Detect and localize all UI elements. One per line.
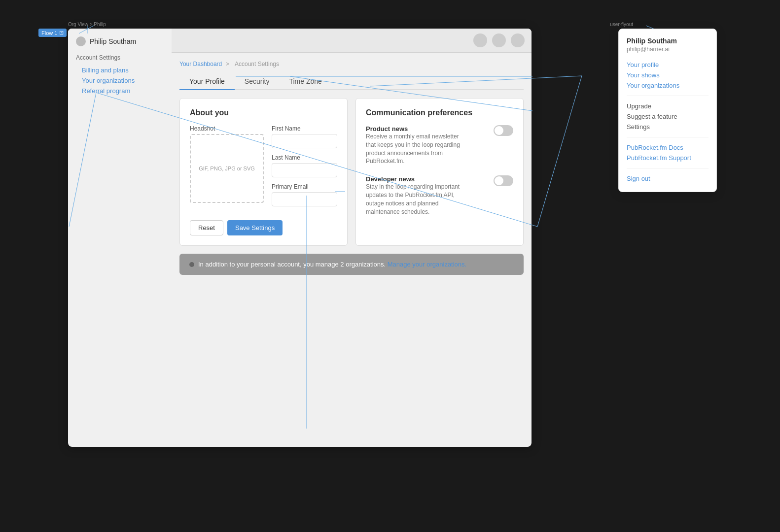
last-name-input[interactable]	[272, 163, 337, 177]
svg-line-5	[537, 76, 582, 227]
tab-time-zone[interactable]: Time Zone	[279, 73, 331, 90]
sidebar-item-organizations[interactable]: Your organizations	[76, 75, 164, 86]
pref-desc-product: Receive a monthly email newsletter that …	[366, 133, 468, 166]
save-settings-button[interactable]: Save Settings	[227, 220, 283, 235]
first-name-input[interactable]	[272, 134, 337, 148]
panel-communication: Communication preferences Product news R…	[355, 98, 524, 246]
browser-window: PubRocket.fm Philip Southam Account Sett…	[68, 29, 532, 447]
toolbar-btn-3[interactable]	[511, 33, 525, 47]
pref-item-product-news: Product news Receive a monthly email new…	[366, 125, 513, 166]
flyout-username: Philip Southam	[627, 37, 709, 45]
panel-title-about: About you	[190, 108, 337, 117]
flyout-suggest[interactable]: Suggest a feature	[627, 111, 709, 122]
primary-email-input[interactable]	[272, 192, 337, 206]
flyout-sign-out[interactable]: Sign out	[627, 173, 709, 184]
pref-header-developer: Developer news Stay in the loop regardin…	[366, 175, 513, 216]
pref-header-product: Product news Receive a monthly email new…	[366, 125, 513, 166]
breadcrumb: Your Dashboard > Account Settings	[179, 61, 524, 67]
flyout-email: philip@harrier.ai	[627, 46, 709, 53]
tab-security[interactable]: Security	[235, 73, 280, 90]
pref-title-product: Product news	[366, 125, 494, 133]
headshot-label: Headshot	[190, 125, 272, 132]
pref-desc-developer: Stay in the loop regarding important upd…	[366, 183, 468, 216]
sidebar: Philip Southam Account Settings Billing …	[68, 29, 172, 104]
sidebar-avatar: Philip Southam	[76, 36, 164, 46]
user-flyout: Philip Southam philip@harrier.ai Your pr…	[618, 29, 717, 192]
toolbar-btn-1[interactable]	[473, 33, 487, 47]
content-row: About you Headshot GIF, PNG, JPG or SVG …	[179, 98, 524, 246]
email-label: Primary Email	[272, 183, 337, 190]
sidebar-item-referral[interactable]: Referral program	[76, 86, 164, 96]
notification-text: In addition to your personal account, yo…	[198, 261, 466, 268]
notification-bar: In addition to your personal account, yo…	[179, 254, 524, 275]
manage-organizations-link[interactable]: Manage your organizations.	[388, 261, 466, 268]
breadcrumb-home[interactable]: Your Dashboard	[179, 61, 222, 67]
sidebar-item-billing[interactable]: Billing and plans	[76, 65, 164, 75]
toggle-developer-news[interactable]	[494, 175, 513, 186]
toggle-product-news[interactable]	[494, 125, 513, 136]
about-left-col: Headshot GIF, PNG, JPG or SVG	[190, 125, 272, 212]
first-name-label: First Name	[272, 125, 337, 132]
flow-label: Flow 1 ⊡	[38, 29, 67, 37]
toolbar-btn-2[interactable]	[492, 33, 506, 47]
btn-row: Reset Save Settings	[190, 220, 337, 235]
flyout-docs[interactable]: PubRocket.fm Docs	[627, 142, 709, 153]
flyout-link-profile[interactable]: Your profile	[627, 60, 709, 70]
last-name-label: Last Name	[272, 154, 337, 161]
flyout-divider-2	[627, 137, 709, 137]
tab-your-profile[interactable]: Your Profile	[179, 73, 235, 90]
sidebar-username: Philip Southam	[90, 37, 136, 45]
headshot-hint: GIF, PNG, JPG or SVG	[199, 166, 255, 171]
flyout-link-shows[interactable]: Your shows	[627, 70, 709, 80]
flyout-upgrade[interactable]: Upgrade	[627, 101, 709, 111]
form-group-first-name: First Name	[272, 125, 337, 148]
panel-title-communication: Communication preferences	[366, 108, 513, 117]
panel-about-you: About you Headshot GIF, PNG, JPG or SVG …	[179, 98, 348, 246]
flyout-settings[interactable]: Settings	[627, 122, 709, 132]
pref-title-developer: Developer news	[366, 175, 494, 183]
flyout-link-organizations[interactable]: Your organizations	[627, 80, 709, 91]
reset-button[interactable]: Reset	[190, 220, 223, 235]
user-flyout-annotation: user-flyout	[610, 22, 633, 27]
about-inner: Headshot GIF, PNG, JPG or SVG First Name	[190, 125, 337, 212]
breadcrumb-current: Account Settings	[235, 61, 279, 67]
pref-item-developer-news: Developer news Stay in the loop regardin…	[366, 175, 513, 216]
main-content: Your Dashboard > Account Settings Your P…	[172, 53, 532, 447]
headshot-upload[interactable]: GIF, PNG, JPG or SVG	[190, 134, 264, 203]
breadcrumb-separator: >	[226, 61, 231, 67]
flyout-divider-3	[627, 168, 709, 168]
flyout-divider-1	[627, 96, 709, 96]
about-fields: First Name Last Name Primary Email	[272, 125, 337, 212]
avatar	[76, 36, 86, 46]
org-view-annotation: Org View > Philip	[68, 22, 106, 27]
notification-dot	[189, 262, 194, 267]
tabs: Your Profile Security Time Zone	[179, 73, 524, 90]
sidebar-section-label: Account Settings	[76, 54, 164, 61]
flyout-support[interactable]: PubRocket.fm Support	[627, 153, 709, 163]
form-group-email: Primary Email	[272, 183, 337, 206]
form-group-last-name: Last Name	[272, 154, 337, 177]
